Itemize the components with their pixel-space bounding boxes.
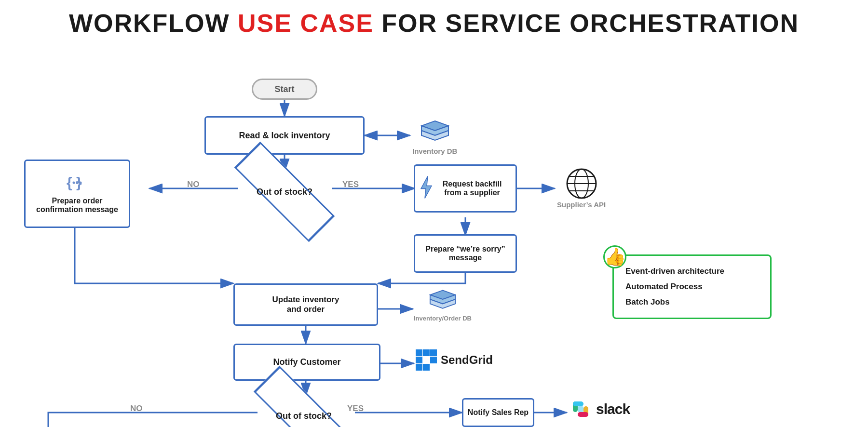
inventory-order-db-label: Inventory/Order DB <box>414 315 472 322</box>
read-lock-box: Read & lock inventory <box>204 116 365 155</box>
prepare-order-label: Prepare order confirmation message <box>36 197 118 214</box>
title-part3: FOR SERVICE ORCHESTRATION <box>374 9 799 37</box>
svg-point-22 <box>80 181 82 184</box>
svg-rect-34 <box>430 349 437 356</box>
svg-rect-38 <box>416 364 422 371</box>
request-backfill-box: Request backfill from a supplier <box>414 164 517 213</box>
svg-rect-37 <box>430 357 437 363</box>
svg-rect-32 <box>416 349 422 356</box>
svg-rect-40 <box>430 364 437 371</box>
thumbs-up-icon: 👍 <box>603 245 626 268</box>
no-label-1: NO <box>187 180 200 189</box>
start-node: Start <box>252 79 317 100</box>
suppliers-api-icon: Supplier’s API <box>557 167 606 209</box>
prepare-sorry-label: Prepare “we’re sorry” message <box>425 245 505 262</box>
out-of-stock-2-label: Out of stock? <box>276 411 332 421</box>
svg-rect-39 <box>423 364 430 371</box>
slack-logo: slack <box>569 398 630 421</box>
suppliers-api-label: Supplier’s API <box>557 200 606 209</box>
svg-rect-36 <box>423 357 430 363</box>
update-inventory-box: Update inventory and order <box>233 283 378 326</box>
title-highlight: USE CASE <box>238 9 374 37</box>
bracket-icon: { } <box>66 174 89 195</box>
no-label-2: NO <box>130 404 143 414</box>
request-backfill-label: Request backfill from a supplier <box>443 180 502 197</box>
read-lock-label: Read & lock inventory <box>239 131 330 141</box>
feature-item-1: Event-driven architecture <box>625 264 759 279</box>
svg-point-20 <box>76 181 79 184</box>
svg-point-21 <box>73 181 75 184</box>
feature-box: 👍 Event-driven architecture Automated Pr… <box>612 254 772 319</box>
notify-sales-box: Notify Sales Rep <box>462 398 534 427</box>
page-title: WORKFLOW USE CASE FOR SERVICE ORCHESTRAT… <box>0 0 868 42</box>
notify-customer-label: Notify Customer <box>273 357 340 367</box>
notify-customer-box: Notify Customer <box>233 344 380 381</box>
svg-rect-45 <box>578 406 583 412</box>
sendgrid-label-text: SendGrid <box>441 353 493 367</box>
title-part1: WORKFLOW <box>69 9 238 37</box>
prepare-order-box: { } Prepare order confirmation message <box>24 160 130 228</box>
svg-rect-33 <box>423 349 430 356</box>
svg-rect-44 <box>578 412 588 417</box>
prepare-sorry-box: Prepare “we’re sorry” message <box>414 234 517 273</box>
yes-label-2: YES <box>347 404 364 414</box>
svg-rect-35 <box>416 357 422 363</box>
feature-item-2: Automated Process <box>625 279 759 294</box>
svg-marker-23 <box>421 176 432 199</box>
svg-rect-42 <box>573 401 583 406</box>
out-of-stock-diamond-1: Out of stock? <box>241 170 328 214</box>
update-inventory-label: Update inventory and order <box>272 295 339 314</box>
inventory-db-icon: Inventory DB <box>412 117 457 155</box>
sendgrid-logo: SendGrid <box>416 349 493 371</box>
out-of-stock-diamond-2: Out of stock? <box>260 394 347 427</box>
slack-label-text: slack <box>596 401 630 417</box>
inventory-db-label: Inventory DB <box>412 147 457 155</box>
notify-sales-label: Notify Sales Rep <box>468 408 529 417</box>
diagram: Start Read & lock inventory Inventory DB… <box>0 42 868 427</box>
yes-label-1: YES <box>342 180 359 189</box>
start-label: Start <box>274 84 294 94</box>
out-of-stock-1-label: Out of stock? <box>257 187 312 197</box>
feature-item-3: Batch Jobs <box>625 294 759 310</box>
inventory-order-db-icon: Inventory/Order DB <box>414 287 472 322</box>
